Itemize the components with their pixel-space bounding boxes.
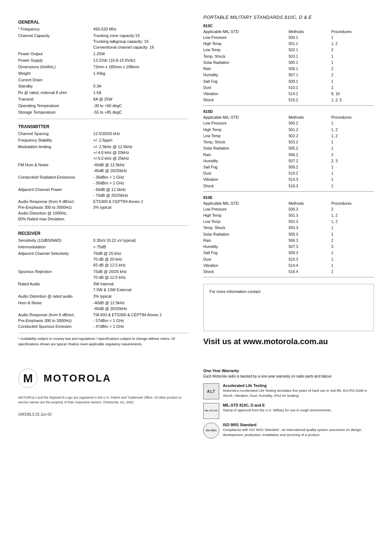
table-row: Temp. Shock503.31 — [203, 225, 374, 231]
mil-cell: 1 — [331, 269, 374, 275]
mil-column-header: Methods — [289, 201, 331, 206]
spec-label: Dimensions (HxWxL) — [18, 64, 93, 70]
table-row: Dust510.11 — [203, 85, 374, 91]
spec-table-0: * Frequency450-520 MhzChannel CapacityTr… — [18, 26, 189, 116]
mil-cell: Solar Radiation — [203, 145, 289, 151]
mil-cell: 1 — [331, 250, 374, 256]
certifications-section: One-Year Warranty Each Motorola radio is… — [203, 368, 374, 442]
mil-cell: 1 — [331, 225, 374, 231]
mil-column-header: Applicable MIL-STD — [203, 115, 289, 120]
mil-cell: 506.2 — [289, 152, 331, 158]
table-row: Temp. Shock503.21 — [203, 139, 374, 145]
mil-cell: Temp. Shock — [203, 53, 289, 60]
cert-text-2: ISO 9001 StandardCompliance with ISO 900… — [223, 423, 374, 437]
table-row: Hum & Noise-40dB @ 12.5kHz -45dB @ 20/25… — [18, 300, 189, 312]
mil-table-header-row: Applicable MIL-STDMethodsProcedures — [203, 29, 374, 34]
mil-column-header: Procedures — [331, 29, 374, 34]
mil-cell: Rain — [203, 66, 289, 72]
mil-cell: 2 — [331, 237, 374, 244]
mil-cell: Rain — [203, 152, 289, 158]
mil-column-header: Applicable MIL-STD — [203, 29, 289, 34]
table-row: Channel CapacityTrunking zone capacity:1… — [18, 33, 189, 51]
mil-cell: 1 — [331, 231, 374, 237]
mil-cell: Low Pressure — [203, 120, 289, 126]
mil-cell: 510.1 — [289, 85, 331, 91]
table-row: Spurious Rejection75dB @ 20/25 kHz 70 dB… — [18, 269, 189, 281]
table-row: Channel Spacing12.5/20/25 kHz — [18, 131, 189, 137]
table-row: Temp. Shock503.11 — [203, 53, 374, 60]
table-row: Low Pressure500.32 — [203, 206, 374, 212]
table-row: Humidity507.33 — [203, 244, 374, 250]
table-row: Solar Radiation505.31 — [203, 231, 374, 237]
mil-cell: 516.4 — [289, 269, 331, 275]
mil-cell: 507.3 — [289, 244, 331, 250]
table-row: Storage Temperature-55 to +85 degC — [18, 109, 189, 116]
mil-cell: Temp. Shock — [203, 225, 289, 231]
mil-cell: 514.2 — [289, 91, 331, 97]
spec-value: 1.43kg — [93, 70, 189, 77]
mil-cell: 3 — [331, 244, 374, 250]
spec-value: - 36dBm < 1 GHz - 30dBm > 1 GHz — [93, 174, 189, 187]
spec-label: Hum & Noise — [18, 300, 93, 312]
mil-cell: 1 — [331, 183, 374, 189]
visit-us-text: Visit us at www.motorola.com.au — [203, 337, 374, 346]
section-title-0: GENERAL — [18, 20, 189, 25]
table-row: Humidity507.22, 3 — [203, 158, 374, 164]
table-row: Low Temp502.21, 2 — [203, 133, 374, 139]
mil-cell: 502.1 — [289, 47, 331, 53]
table-row: Frequency Stability+/- 2.5ppm — [18, 137, 189, 144]
mil-section-divider — [203, 191, 374, 192]
mil-cell: 500.3 — [289, 206, 331, 212]
mil-cell: 1, 2, 5 — [331, 97, 374, 103]
cert-badge-2: ISO 9001 — [203, 423, 219, 439]
spec-label: Rx @ rated, external 8 ohm — [18, 90, 93, 96]
table-row: Adjacent Channel Power- 60dB @ 12.5kHz -… — [18, 187, 189, 199]
spec-value: 1-25W — [93, 51, 189, 57]
mil-column-header: Procedures — [331, 115, 374, 120]
mil-cell: 1 — [331, 262, 374, 269]
mil-column-header: Methods — [289, 29, 331, 34]
spec-label: Power Output — [18, 51, 93, 57]
doc-number: GM338LS.02.Jun-02 — [18, 412, 189, 416]
mil-table-header-row: Applicable MIL-STDMethodsProcedures — [203, 201, 374, 206]
mil-cell: Temp. Shock — [203, 139, 289, 145]
mil-divider — [203, 277, 374, 277]
mil-cell: 506.1 — [289, 66, 331, 72]
table-row: Shock516.31 — [203, 183, 374, 189]
spec-label: Channel Capacity — [18, 33, 93, 51]
mil-cell: Low Temp — [203, 219, 289, 225]
spec-label: Modulation limiting — [18, 144, 93, 162]
mil-cell: 502.3 — [289, 219, 331, 225]
table-row: Vibration514.41 — [203, 262, 374, 269]
spec-value: 3W Internal 7.5W & 13W External — [93, 281, 189, 293]
mil-cell: 1 — [331, 164, 374, 170]
mil-section-title-0: 810C — [203, 24, 374, 28]
cert-text-1: MIL-STD 810C, D and EStamp of approval f… — [223, 403, 331, 413]
mil-cell: 516.3 — [289, 183, 331, 189]
contact-box: For more information contact — [203, 284, 374, 331]
mil-cell: 1 — [331, 120, 374, 126]
mil-cell: 507.1 — [289, 72, 331, 78]
contact-label: For more information contact — [209, 289, 261, 294]
table-row: Low Pressure500.21 — [203, 120, 374, 126]
table-row: Operating Temperature-30 to +60 degC — [18, 103, 189, 109]
mil-cell: Low Temp — [203, 47, 289, 53]
mil-cell: Dust — [203, 170, 289, 176]
table-row: Rain506.32 — [203, 237, 374, 244]
motorola-wordmark: MOTOROLA — [44, 372, 111, 384]
table-row: Modulation limiting+/- 2.5kHz @ 12.5kHz … — [18, 144, 189, 162]
mil-cell: 510.3 — [289, 256, 331, 262]
mil-cell: Low Pressure — [203, 206, 289, 212]
mil-cell: 1 — [331, 34, 374, 41]
mil-section-title-1: 810D — [203, 109, 374, 114]
mil-cell: 1 — [331, 60, 374, 66]
table-row: Power Supply13.2Vdc (10.8-15.6Vdc) — [18, 57, 189, 64]
mil-cell: 501.3 — [289, 212, 331, 219]
table-row: Low Temp502.12 — [203, 47, 374, 53]
table-row: Power Output1-25W — [18, 51, 189, 57]
mil-section-title-2: 810E — [203, 195, 374, 200]
cert-title-0: Accelerated Life Testing — [223, 383, 374, 388]
mil-cell: 2 — [331, 47, 374, 53]
spec-label: Audio Response (from 6 dB/oct. Pre-Empha… — [18, 312, 93, 330]
spec-value: 8A @ 25W — [93, 96, 189, 103]
